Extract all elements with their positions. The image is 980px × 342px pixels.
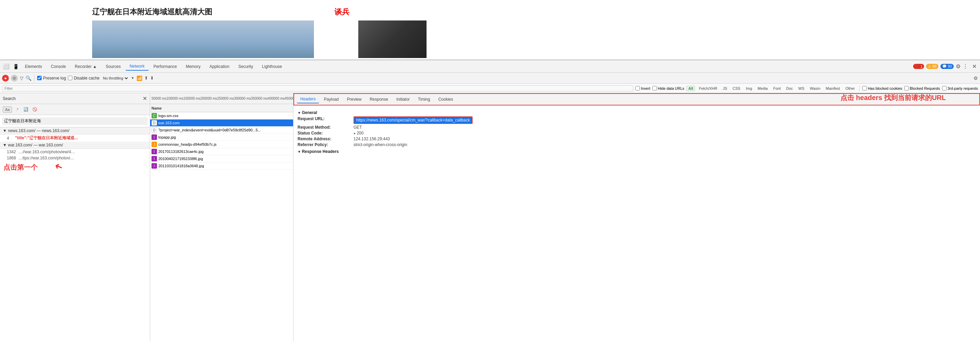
- filter-type-font[interactable]: Font: [772, 86, 783, 91]
- tab-headers[interactable]: Headers: [297, 95, 319, 103]
- invert-checkbox-area: Invert: [635, 86, 651, 91]
- name-column-header: Name: [150, 104, 293, 112]
- status-code-row: Status Code: ● 200: [298, 131, 976, 135]
- search-icon[interactable]: 🔍: [25, 75, 32, 81]
- upload-icon[interactable]: ⬆: [144, 75, 148, 81]
- tick-50000: 50000 ms: [151, 97, 167, 100]
- filter-icon[interactable]: ▽: [20, 75, 24, 81]
- tab-memory[interactable]: Memory: [181, 63, 204, 70]
- tab-initiator[interactable]: Initiator: [393, 95, 413, 103]
- record-button[interactable]: ●: [2, 75, 9, 81]
- filter-type-other[interactable]: Other: [844, 86, 857, 91]
- tab-timing[interactable]: Timing: [415, 95, 434, 103]
- stop-button[interactable]: ⊘: [11, 75, 18, 81]
- tick-400000: 400000 ms: [268, 97, 285, 100]
- devtools-main-area: Search ✕ Aa .* 🔄 🚫 ▼ news.163.com/ — new…: [0, 93, 980, 341]
- search-item-4[interactable]: 4 "title":"辽宁舰在日本附近海域巡...: [0, 134, 150, 142]
- regex-button[interactable]: .*: [13, 107, 21, 113]
- filter-type-manifest[interactable]: Manifest: [824, 86, 842, 91]
- clear-search-icon[interactable]: 🚫: [31, 107, 38, 112]
- search-group-war: ▼ war.163.com/ — war.163.com/: [0, 142, 150, 149]
- error-badge: 🚫 1: [913, 64, 924, 69]
- filter-input[interactable]: [2, 85, 633, 91]
- device-icon[interactable]: 📱: [11, 63, 20, 70]
- tab-performance[interactable]: Performance: [150, 63, 181, 70]
- filter-type-ws[interactable]: WS: [797, 86, 806, 91]
- case-sensitive-button[interactable]: Aa: [3, 107, 12, 113]
- request-url-value[interactable]: https://news.163.com/special/cm_war/?cal…: [353, 116, 473, 124]
- invert-checkbox[interactable]: [635, 86, 640, 91]
- disable-cache-checkbox[interactable]: Disable cache: [68, 76, 99, 81]
- search-item-1342[interactable]: 1342 …//war.163.com/photoview/4…: [0, 149, 150, 155]
- search-input[interactable]: [2, 118, 148, 125]
- tab-security[interactable]: Security: [234, 63, 257, 70]
- tab-application[interactable]: Application: [205, 63, 234, 70]
- close-icon[interactable]: ✕: [970, 62, 978, 70]
- network-settings-icon[interactable]: ⚙: [974, 75, 978, 81]
- tab-preview[interactable]: Preview: [344, 95, 365, 103]
- tab-lighthouse[interactable]: Lighthouse: [258, 63, 286, 70]
- img-icon-5: I: [151, 149, 157, 154]
- remote-address-label: Remote Address:: [298, 137, 352, 141]
- more-icon[interactable]: ⋮: [963, 63, 968, 70]
- sep2: [859, 85, 859, 91]
- tick-250000: 250000 ms: [217, 97, 234, 100]
- filter-type-fetch[interactable]: Fetch/XHR: [697, 86, 719, 91]
- tick-300000: 300000 ms: [234, 97, 251, 100]
- network-row-3[interactable]: I topapp.jpg: [150, 134, 293, 141]
- tab-response[interactable]: Response: [366, 95, 391, 103]
- tick-200000: 200000 ms: [200, 97, 217, 100]
- tab-payload[interactable]: Payload: [320, 95, 342, 103]
- network-row-4[interactable]: J commonnav_headjs-d94ef50b7c.js: [150, 141, 293, 148]
- filter-type-css[interactable]: CSS: [731, 86, 742, 91]
- third-party-checkbox[interactable]: [942, 86, 947, 91]
- tab-cookies[interactable]: Cookies: [435, 95, 456, 103]
- hide-data-checkbox[interactable]: [652, 86, 657, 91]
- img-icon: I: [151, 134, 157, 140]
- tab-network[interactable]: Network: [126, 62, 149, 71]
- blocked-req-area: Blocked Requests: [904, 86, 940, 91]
- search-title: Search: [3, 96, 141, 101]
- tab-sources[interactable]: Sources: [102, 63, 125, 70]
- filter-type-img[interactable]: Img: [744, 86, 754, 91]
- row-name-0: logo-sm.css: [158, 114, 292, 118]
- network-row-1[interactable]: D war.163.com: [150, 119, 293, 127]
- filter-type-all[interactable]: All: [686, 86, 695, 91]
- filter-type-js[interactable]: JS: [721, 86, 729, 91]
- blocked-req-checkbox[interactable]: [904, 86, 909, 91]
- tick-350000: 350000 ms: [251, 97, 267, 100]
- remote-address-value: 124.132.156.29:443: [353, 137, 390, 141]
- refresh-icon[interactable]: 🔄: [22, 107, 30, 112]
- row-name-7: 20110310141818a3648.jpg: [158, 164, 292, 168]
- doc-icon: D: [151, 120, 157, 126]
- remote-address-row: Remote Address: 124.132.156.29:443: [298, 137, 976, 141]
- timeline-header: 50000 ms 100000 ms 150000 ms 200000 ms 2…: [150, 93, 293, 104]
- tab-elements[interactable]: Elements: [21, 63, 46, 70]
- network-row-0[interactable]: C logo-sm.css: [150, 112, 293, 119]
- throttle-select[interactable]: No throttling: [102, 76, 129, 81]
- download-icon[interactable]: ⬇: [150, 75, 154, 81]
- search-results: ▼ news.163.com/ — news.163.com/ 4 "title…: [0, 127, 150, 341]
- referrer-policy-label: Referrer Policy:: [298, 142, 352, 147]
- search-close-button[interactable]: ✕: [143, 95, 147, 102]
- preserve-log-checkbox[interactable]: Preserve log: [37, 76, 66, 81]
- network-row-5[interactable]: I 20170113182613cae4c.jpg: [150, 148, 293, 155]
- filter-type-media[interactable]: Media: [756, 86, 770, 91]
- network-row-2[interactable]: D ?project=war_index&event=exit&uuid=0d8…: [150, 127, 293, 134]
- has-blocked-checkbox[interactable]: [862, 86, 867, 91]
- search-item-1868[interactable]: 1868 …ttps://war.163.com/photovi…: [0, 155, 150, 161]
- filter-type-wasm[interactable]: Wasm: [808, 86, 822, 91]
- tab-console[interactable]: Console: [47, 63, 70, 70]
- js-icon: J: [151, 142, 157, 147]
- filter-type-doc[interactable]: Doc: [784, 86, 795, 91]
- network-row-6[interactable]: I 20100402171952338f6.jpg: [150, 155, 293, 162]
- header-tabs: Headers Payload Preview Response Initiat…: [293, 93, 980, 105]
- tab-recorder[interactable]: Recorder ▲: [71, 63, 101, 70]
- search-group-news: ▼ news.163.com/ — news.163.com/: [0, 127, 150, 134]
- network-row-7[interactable]: I 20110310141818a3648.jpg: [150, 162, 293, 170]
- settings-icon[interactable]: ⚙: [956, 63, 961, 70]
- img-icon-6: I: [151, 156, 157, 161]
- referrer-policy-row: Referrer Policy: strict-origin-when-cros…: [298, 142, 976, 147]
- request-method-row: Request Method: GET: [298, 125, 976, 130]
- inspect-icon[interactable]: ⬜: [2, 62, 11, 70]
